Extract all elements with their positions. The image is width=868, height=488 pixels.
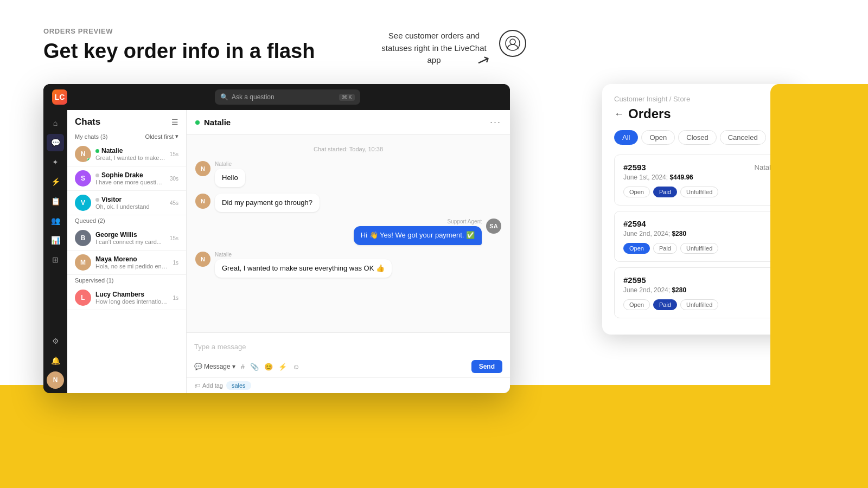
list-item[interactable]: V Visitor Oh, ok. I understand 45s: [67, 191, 186, 215]
filter-tab-closed[interactable]: Closed: [678, 130, 716, 145]
chat-item-name: Visitor: [95, 196, 165, 203]
online-indicator: [87, 158, 91, 162]
search-shortcut: ⌘ K: [339, 94, 355, 101]
chat-item-name: Natalie: [95, 147, 165, 155]
chat-item-msg: I have one more question. Could...: [95, 179, 165, 185]
chat-input-toolbar: 💬 Message ▾ # 📎 😊 ⚡ ☺ Send: [187, 358, 510, 377]
avatar: S: [75, 170, 91, 187]
chat-list-panel: Chats ☰ My chats (3) Oldest first ▾ N: [67, 110, 187, 393]
order-card[interactable]: #2595 June 2nd, 2024; $280 Open Paid Unf…: [614, 267, 786, 318]
avatar: N: [75, 146, 91, 162]
chat-item-msg: How long does international shi...: [95, 298, 168, 305]
order-badges: Open Paid Unfulfilled: [623, 299, 776, 310]
list-item[interactable]: S Sophie Drake I have one more question.…: [67, 166, 186, 191]
avatar: N: [195, 252, 210, 267]
avatar: B: [75, 230, 91, 246]
sidebar-item-notifications[interactable]: 🔔: [47, 352, 64, 369]
back-button[interactable]: ←: [614, 108, 624, 120]
chat-list-header: Chats ☰: [67, 110, 186, 131]
badge-unfulfilled: Unfulfilled: [680, 299, 718, 310]
sidebar-item-team[interactable]: 👥: [47, 212, 64, 229]
page-container: ORDERS PREVIEW Get key order info in a f…: [0, 0, 868, 106]
search-bar[interactable]: 🔍 Ask a question ⌘ K: [215, 89, 360, 105]
status-dot: [95, 174, 99, 177]
sidebar-item-ai[interactable]: ✦: [47, 153, 64, 171]
section-queued: Queued (2): [67, 215, 186, 226]
chat-item-content: Lucy Chambers How long does internationa…: [95, 291, 168, 305]
chat-main: Natalie ··· Chat started: Today, 10:38 N…: [187, 110, 510, 393]
chat-item-time: 45s: [170, 200, 178, 206]
list-item[interactable]: B George Willis I can't connect my card.…: [67, 226, 186, 251]
sidebar-item-reports[interactable]: 📋: [47, 192, 64, 210]
emoji-button[interactable]: 😊: [264, 363, 273, 371]
chat-input-box: [187, 333, 510, 358]
order-date-amount: June 2nd, 2024; $280: [623, 286, 776, 294]
chevron-down-icon: ▾: [232, 363, 235, 370]
agent-label: Support Agent: [354, 219, 482, 224]
chat-list-menu-icon[interactable]: ☰: [171, 118, 178, 126]
order-card-header: #2594: [623, 219, 776, 228]
chat-tags-bar: 🏷 Add tag sales: [187, 377, 510, 393]
chat-item-msg: Hola, no se mi pedido en la tlen...: [95, 263, 168, 269]
orders-title: Orders: [628, 106, 671, 121]
sidebar-item-analytics[interactable]: 📊: [47, 232, 64, 249]
order-badges: Open Paid Unfulfilled: [623, 187, 776, 197]
attachment-button[interactable]: 📎: [250, 363, 259, 371]
app-body: ⌂ 💬 ✦ ⚡ 📋 👥 📊 ⊞ ⚙ 🔔 N Chats ☰: [43, 110, 510, 393]
queued-label: Queued (2): [75, 217, 105, 224]
chat-messages: Chat started: Today, 10:38 N Natalie Hel…: [187, 135, 510, 332]
sidebar-item-settings[interactable]: ⚙: [47, 332, 64, 350]
status-dot: [95, 198, 99, 202]
sender-name: Natalie: [215, 161, 245, 167]
sort-label: Oldest first: [145, 133, 174, 140]
supervised-label: Supervised (1): [75, 277, 114, 284]
chat-item-content: Maya Moreno Hola, no se mi pedido en la …: [95, 255, 168, 269]
message-row: N Natalie Great, I wanted to make sure e…: [195, 252, 501, 278]
badge-unfulfilled: Unfulfilled: [680, 187, 718, 197]
chat-item-name: Lucy Chambers: [95, 291, 168, 298]
filter-tab-all[interactable]: All: [614, 130, 638, 145]
filter-tab-open[interactable]: Open: [641, 130, 675, 145]
message-content: Natalie Hello: [215, 161, 245, 187]
sidebar-item-apps[interactable]: ⊞: [47, 251, 64, 268]
message-row: N Natalie Hello: [195, 161, 501, 187]
list-item[interactable]: M Maya Moreno Hola, no se mi pedido en l…: [67, 251, 186, 275]
badge-open: Open: [623, 299, 650, 310]
avatar: [499, 30, 526, 57]
svg-point-1: [510, 39, 515, 44]
message-content: Natalie Great, I wanted to make sure eve…: [215, 252, 392, 278]
online-status-dot: [195, 120, 200, 125]
avatar: M: [75, 254, 91, 271]
message-bubble: Great, I wanted to make sure everything …: [215, 259, 392, 278]
chat-item-name: George Willis: [95, 231, 165, 239]
order-card[interactable]: #2593 Natalie June 1st, 2024; $449.96 Op…: [614, 155, 786, 206]
message-type-button[interactable]: 💬 Message ▾: [194, 363, 235, 370]
sender-name: Natalie: [215, 252, 392, 258]
breadcrumb: Customer Insight / Store: [614, 95, 786, 103]
badge-open: Open: [623, 187, 650, 197]
order-card[interactable]: #2594 June 2nd, 2024; $280 Open Paid Unf…: [614, 211, 786, 262]
tag-icon: 🏷: [194, 382, 200, 389]
tag-chip[interactable]: sales: [226, 381, 251, 390]
list-item[interactable]: L Lucy Chambers How long does internatio…: [67, 286, 186, 310]
date-divider: Chat started: Today, 10:38: [195, 146, 501, 152]
order-number: #2593: [623, 163, 646, 172]
hashtag-button[interactable]: #: [241, 363, 245, 371]
list-item[interactable]: N Natalie Great, I wanted to make sure..…: [67, 142, 186, 166]
more-button[interactable]: ☺: [292, 363, 299, 371]
send-button[interactable]: Send: [471, 360, 502, 373]
sort-button[interactable]: Oldest first ▾: [145, 133, 178, 140]
sidebar-item-engage[interactable]: ⚡: [47, 173, 64, 190]
link-button[interactable]: ⚡: [278, 363, 287, 371]
sidebar-item-user-avatar[interactable]: N: [47, 371, 64, 389]
tag-label: 🏷 Add tag: [194, 382, 223, 389]
message-icon: 💬: [194, 363, 202, 370]
avatar: L: [75, 290, 91, 306]
sidebar-icons: ⌂ 💬 ✦ ⚡ 📋 👥 📊 ⊞ ⚙ 🔔 N: [43, 110, 67, 393]
message-input[interactable]: [194, 338, 502, 355]
filter-tab-canceled[interactable]: Canceled: [720, 130, 766, 145]
chat-item-content: Visitor Oh, ok. I understand: [95, 196, 165, 210]
chat-header-menu-icon[interactable]: ···: [490, 117, 501, 128]
sidebar-item-home[interactable]: ⌂: [47, 114, 64, 132]
sidebar-item-chats[interactable]: 💬: [47, 134, 64, 151]
